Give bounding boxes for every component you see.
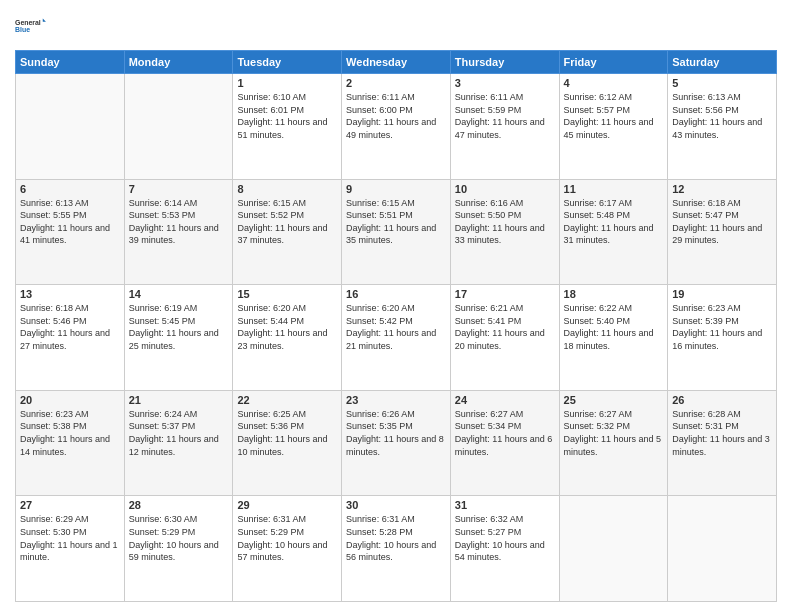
day-number: 21 [129, 394, 229, 406]
day-number: 5 [672, 77, 772, 89]
day-info: Sunrise: 6:15 AM Sunset: 5:52 PM Dayligh… [237, 197, 337, 247]
calendar-cell: 1 Sunrise: 6:10 AM Sunset: 6:01 PM Dayli… [233, 74, 342, 180]
sunset-text: Sunset: 5:44 PM [237, 316, 304, 326]
sunrise-text: Sunrise: 6:27 AM [564, 409, 633, 419]
sunrise-text: Sunrise: 6:18 AM [672, 198, 741, 208]
sunrise-text: Sunrise: 6:20 AM [237, 303, 306, 313]
sunset-text: Sunset: 5:29 PM [237, 527, 304, 537]
sunset-text: Sunset: 5:52 PM [237, 210, 304, 220]
sunrise-text: Sunrise: 6:25 AM [237, 409, 306, 419]
day-info: Sunrise: 6:24 AM Sunset: 5:37 PM Dayligh… [129, 408, 229, 458]
daylight-text: Daylight: 11 hours and 45 minutes. [564, 117, 654, 140]
day-number: 26 [672, 394, 772, 406]
daylight-text: Daylight: 11 hours and 41 minutes. [20, 223, 110, 246]
calendar-cell: 12 Sunrise: 6:18 AM Sunset: 5:47 PM Dayl… [668, 179, 777, 285]
day-info: Sunrise: 6:31 AM Sunset: 5:28 PM Dayligh… [346, 513, 446, 563]
calendar-cell: 8 Sunrise: 6:15 AM Sunset: 5:52 PM Dayli… [233, 179, 342, 285]
day-info: Sunrise: 6:10 AM Sunset: 6:01 PM Dayligh… [237, 91, 337, 141]
calendar-cell: 9 Sunrise: 6:15 AM Sunset: 5:51 PM Dayli… [342, 179, 451, 285]
sunset-text: Sunset: 5:45 PM [129, 316, 196, 326]
daylight-text: Daylight: 11 hours and 47 minutes. [455, 117, 545, 140]
day-number: 10 [455, 183, 555, 195]
sunset-text: Sunset: 5:36 PM [237, 421, 304, 431]
daylight-text: Daylight: 11 hours and 49 minutes. [346, 117, 436, 140]
calendar-cell: 20 Sunrise: 6:23 AM Sunset: 5:38 PM Dayl… [16, 390, 125, 496]
calendar-cell: 13 Sunrise: 6:18 AM Sunset: 5:46 PM Dayl… [16, 285, 125, 391]
day-info: Sunrise: 6:13 AM Sunset: 5:56 PM Dayligh… [672, 91, 772, 141]
calendar-cell: 14 Sunrise: 6:19 AM Sunset: 5:45 PM Dayl… [124, 285, 233, 391]
day-info: Sunrise: 6:17 AM Sunset: 5:48 PM Dayligh… [564, 197, 664, 247]
sunset-text: Sunset: 5:42 PM [346, 316, 413, 326]
sunrise-text: Sunrise: 6:13 AM [672, 92, 741, 102]
week-row-4: 27 Sunrise: 6:29 AM Sunset: 5:30 PM Dayl… [16, 496, 777, 602]
sunrise-text: Sunrise: 6:26 AM [346, 409, 415, 419]
calendar-cell: 17 Sunrise: 6:21 AM Sunset: 5:41 PM Dayl… [450, 285, 559, 391]
sunset-text: Sunset: 5:46 PM [20, 316, 87, 326]
sunrise-text: Sunrise: 6:10 AM [237, 92, 306, 102]
day-number: 30 [346, 499, 446, 511]
daylight-text: Daylight: 11 hours and 14 minutes. [20, 434, 110, 457]
sunrise-text: Sunrise: 6:13 AM [20, 198, 89, 208]
day-number: 7 [129, 183, 229, 195]
svg-text:Blue: Blue [15, 26, 30, 33]
sunrise-text: Sunrise: 6:21 AM [455, 303, 524, 313]
calendar-cell: 10 Sunrise: 6:16 AM Sunset: 5:50 PM Dayl… [450, 179, 559, 285]
daylight-text: Daylight: 11 hours and 3 minutes. [672, 434, 770, 457]
sunrise-text: Sunrise: 6:28 AM [672, 409, 741, 419]
sunset-text: Sunset: 5:32 PM [564, 421, 631, 431]
sunset-text: Sunset: 5:37 PM [129, 421, 196, 431]
day-info: Sunrise: 6:18 AM Sunset: 5:47 PM Dayligh… [672, 197, 772, 247]
header-thursday: Thursday [450, 51, 559, 74]
sunset-text: Sunset: 5:50 PM [455, 210, 522, 220]
daylight-text: Daylight: 11 hours and 18 minutes. [564, 328, 654, 351]
sunrise-text: Sunrise: 6:16 AM [455, 198, 524, 208]
header-wednesday: Wednesday [342, 51, 451, 74]
header: General Blue [15, 10, 777, 42]
daylight-text: Daylight: 10 hours and 57 minutes. [237, 540, 327, 563]
sunset-text: Sunset: 5:53 PM [129, 210, 196, 220]
daylight-text: Daylight: 11 hours and 23 minutes. [237, 328, 327, 351]
sunrise-text: Sunrise: 6:24 AM [129, 409, 198, 419]
day-number: 8 [237, 183, 337, 195]
calendar-cell: 3 Sunrise: 6:11 AM Sunset: 5:59 PM Dayli… [450, 74, 559, 180]
calendar-cell: 19 Sunrise: 6:23 AM Sunset: 5:39 PM Dayl… [668, 285, 777, 391]
sunrise-text: Sunrise: 6:11 AM [346, 92, 415, 102]
day-info: Sunrise: 6:23 AM Sunset: 5:39 PM Dayligh… [672, 302, 772, 352]
daylight-text: Daylight: 11 hours and 27 minutes. [20, 328, 110, 351]
calendar-table: SundayMondayTuesdayWednesdayThursdayFrid… [15, 50, 777, 602]
sunrise-text: Sunrise: 6:31 AM [237, 514, 306, 524]
sunset-text: Sunset: 5:59 PM [455, 105, 522, 115]
sunset-text: Sunset: 5:31 PM [672, 421, 739, 431]
calendar-cell [16, 74, 125, 180]
day-number: 14 [129, 288, 229, 300]
day-number: 28 [129, 499, 229, 511]
day-number: 2 [346, 77, 446, 89]
day-number: 22 [237, 394, 337, 406]
day-number: 1 [237, 77, 337, 89]
calendar-cell: 18 Sunrise: 6:22 AM Sunset: 5:40 PM Dayl… [559, 285, 668, 391]
day-info: Sunrise: 6:22 AM Sunset: 5:40 PM Dayligh… [564, 302, 664, 352]
day-number: 27 [20, 499, 120, 511]
daylight-text: Daylight: 11 hours and 33 minutes. [455, 223, 545, 246]
sunrise-text: Sunrise: 6:27 AM [455, 409, 524, 419]
sunset-text: Sunset: 5:30 PM [20, 527, 87, 537]
sunset-text: Sunset: 5:57 PM [564, 105, 631, 115]
sunset-text: Sunset: 5:55 PM [20, 210, 87, 220]
header-sunday: Sunday [16, 51, 125, 74]
sunset-text: Sunset: 5:34 PM [455, 421, 522, 431]
daylight-text: Daylight: 11 hours and 37 minutes. [237, 223, 327, 246]
day-info: Sunrise: 6:11 AM Sunset: 6:00 PM Dayligh… [346, 91, 446, 141]
day-info: Sunrise: 6:23 AM Sunset: 5:38 PM Dayligh… [20, 408, 120, 458]
daylight-text: Daylight: 11 hours and 29 minutes. [672, 223, 762, 246]
sunset-text: Sunset: 5:40 PM [564, 316, 631, 326]
day-number: 6 [20, 183, 120, 195]
day-info: Sunrise: 6:20 AM Sunset: 5:42 PM Dayligh… [346, 302, 446, 352]
day-number: 18 [564, 288, 664, 300]
calendar-cell [559, 496, 668, 602]
calendar-cell: 21 Sunrise: 6:24 AM Sunset: 5:37 PM Dayl… [124, 390, 233, 496]
sunrise-text: Sunrise: 6:11 AM [455, 92, 524, 102]
calendar-cell: 2 Sunrise: 6:11 AM Sunset: 6:00 PM Dayli… [342, 74, 451, 180]
sunset-text: Sunset: 5:47 PM [672, 210, 739, 220]
day-number: 11 [564, 183, 664, 195]
sunrise-text: Sunrise: 6:23 AM [20, 409, 89, 419]
